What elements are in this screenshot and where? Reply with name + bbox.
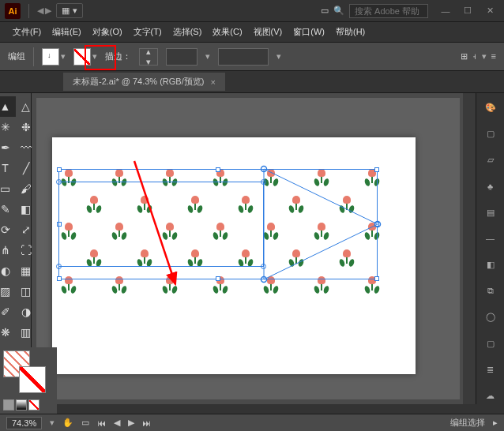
panel-swatches-icon[interactable]: ▢ — [482, 126, 499, 142]
control-bar: 编组 ▾ ▾ 描边： ▴ ▾ ▾ ▾ ⊞ ⫞ ▾ ≡ — [0, 43, 504, 71]
app-logo: Ai — [5, 3, 21, 19]
fill-control[interactable]: ▾ — [42, 48, 66, 66]
menu-object[interactable]: 对象(O) — [88, 23, 127, 41]
search-icon[interactable]: 🔍 — [333, 6, 344, 16]
menu-file[interactable]: 文件(F) — [8, 23, 46, 41]
align-dd-icon[interactable]: ▾ — [482, 51, 487, 62]
stroke-profile-select[interactable] — [166, 48, 197, 66]
tool-shape-builder[interactable]: ◐ — [0, 260, 16, 281]
none-mode-btn[interactable] — [28, 399, 39, 410]
align-icon-1[interactable]: ⊞ — [461, 51, 468, 62]
chevron-down-icon: ▾ — [73, 6, 77, 16]
stroke-weight-stepper[interactable]: ▴ ▾ — [139, 48, 158, 66]
panel-align-icon[interactable]: ⧉ — [482, 283, 499, 299]
panel-symbols-icon[interactable]: ♣ — [482, 178, 499, 195]
menu-select[interactable]: 选择(S) — [168, 23, 207, 41]
panel-sep-1: ― — [482, 230, 499, 247]
tool-pen[interactable]: ✒ — [0, 137, 16, 158]
align-icon-2[interactable]: ⫞ — [472, 51, 477, 62]
close-button[interactable]: ✕ — [480, 4, 499, 18]
zoom-select[interactable]: 74.3% — [6, 417, 42, 429]
nav-last-icon[interactable]: ⏭ — [142, 418, 151, 428]
right-panel-dock: 🎨 ▢ ▱ ♣ ▤ ― ◧ ⧉ ◯ ▢ ≣ ☁ — [476, 93, 504, 404]
stroke-dropdown-icon[interactable]: ▾ — [92, 51, 97, 62]
nav-next-icon[interactable]: ▶ — [128, 418, 134, 428]
grid-icon: ▦ — [62, 6, 70, 16]
menu-window[interactable]: 窗口(W) — [288, 23, 329, 41]
tool-rectangle[interactable]: ▭ — [0, 178, 16, 199]
status-menu-icon[interactable]: ▸ — [493, 418, 498, 428]
menu-help[interactable]: 帮助(H) — [331, 23, 370, 41]
document-tab-bar: 未标题-2.ai* @ 74.3% (RGB/预览) × — [0, 71, 504, 93]
panel-stroke-icon[interactable]: ▱ — [482, 152, 499, 168]
artboard-nav-icon[interactable]: ▭ — [81, 418, 89, 428]
svg-marker-0 — [264, 169, 378, 279]
hand-icon[interactable]: ✋ — [62, 418, 73, 428]
tool-symbol-sprayer[interactable]: ❋ — [0, 322, 16, 343]
menu-bar: 文件(F) 编辑(E) 对象(O) 文字(T) 选择(S) 效果(C) 视图(V… — [0, 22, 504, 43]
fill-stroke-panel — [0, 347, 57, 414]
panel-brushes-icon[interactable]: ▤ — [482, 204, 499, 221]
panel-menu-icon[interactable]: ≡ — [491, 51, 496, 62]
tool-selection[interactable]: ▲ — [0, 96, 16, 117]
tool-eyedropper[interactable]: ✐ — [0, 302, 16, 322]
stroke-label: 描边： — [105, 51, 131, 62]
stepper-down-icon[interactable]: ▾ — [146, 57, 151, 67]
nav-arrows: ◀ ▶ — [37, 6, 51, 16]
fill-swatch[interactable] — [42, 48, 59, 66]
search-input[interactable] — [349, 4, 428, 18]
tool-width[interactable]: ⋔ — [0, 240, 16, 260]
stroke-indicator[interactable] — [19, 366, 46, 393]
stroke-swatch[interactable] — [73, 48, 91, 66]
selection-inner-triangle[interactable] — [264, 169, 378, 279]
menu-type[interactable]: 文字(T) — [129, 23, 167, 41]
tab-close-icon[interactable]: × — [210, 77, 215, 87]
panel-graphic-styles-icon[interactable]: ▢ — [482, 335, 499, 352]
nav-prev-icon[interactable]: ◀ — [114, 418, 120, 428]
tool-type[interactable]: T — [0, 158, 16, 178]
stroke-profile-dd-icon[interactable]: ▾ — [205, 51, 210, 62]
fill-dropdown-icon[interactable]: ▾ — [61, 51, 66, 62]
selection-inner-rect[interactable] — [58, 182, 264, 267]
color-mode-btn[interactable] — [3, 399, 14, 410]
vertical-scrollbar[interactable] — [463, 93, 476, 404]
minimize-button[interactable]: — — [436, 4, 455, 18]
opacity-dd-icon[interactable]: ▾ — [276, 51, 281, 62]
nav-first-icon[interactable]: ⏮ — [97, 418, 106, 428]
maximize-button[interactable]: ☐ — [458, 4, 477, 18]
gradient-mode-btn[interactable] — [16, 399, 27, 410]
panel-transform-icon[interactable]: ◧ — [482, 257, 499, 273]
menu-effect[interactable]: 效果(C) — [208, 23, 246, 41]
tool-shaper[interactable]: ✎ — [0, 199, 16, 219]
stepper-up-icon[interactable]: ▴ — [146, 47, 151, 57]
panel-layers-icon[interactable]: ≣ — [482, 362, 499, 378]
tool-magic-wand[interactable]: ✳ — [0, 117, 16, 137]
document-tab[interactable]: 未标题-2.ai* @ 74.3% (RGB/预览) × — [63, 73, 225, 91]
canvas-area[interactable] — [32, 93, 476, 404]
workspace-switcher[interactable]: ▦ ▾ — [56, 3, 83, 18]
tool-rotate[interactable]: ⟳ — [0, 219, 16, 240]
menu-edit[interactable]: 编辑(E) — [47, 23, 86, 41]
panel-appearance-icon[interactable]: ◯ — [482, 309, 499, 325]
title-bar: Ai ◀ ▶ ▦ ▾ ▭ 🔍 — ☐ ✕ — [0, 0, 504, 22]
nav-right-icon[interactable]: ▶ — [45, 6, 51, 16]
doc-arrange-icon[interactable]: ▭ — [321, 6, 329, 16]
nav-left-icon[interactable]: ◀ — [37, 6, 43, 16]
opacity-field[interactable] — [218, 48, 269, 66]
panel-libraries-icon[interactable]: ☁ — [482, 388, 499, 404]
menu-view[interactable]: 视图(V) — [249, 23, 288, 41]
status-bar: 74.3% ▾ ✋ ▭ ⏮ ◀ ▶ ⏭ 编组选择 ▸ — [0, 414, 504, 431]
document-tab-title: 未标题-2.ai* @ 74.3% (RGB/预览) — [73, 76, 204, 88]
zoom-dd-icon[interactable]: ▾ — [50, 418, 55, 428]
main-area: ▲ △ ✳❉ ✒〰 T╱ ▭🖌 ✎◧ ⟳⤢ ⋔⛶ ◐▦ ▨◫ ✐◑ ❋▥ ▣✂ … — [0, 93, 504, 404]
stroke-color-control[interactable]: ▾ — [73, 48, 97, 66]
tool-mesh[interactable]: ▨ — [0, 281, 16, 302]
selection-type-label: 编组 — [8, 51, 25, 62]
panel-color-icon[interactable]: 🎨 — [482, 99, 499, 116]
status-selection-label: 编组选择 — [450, 417, 485, 429]
